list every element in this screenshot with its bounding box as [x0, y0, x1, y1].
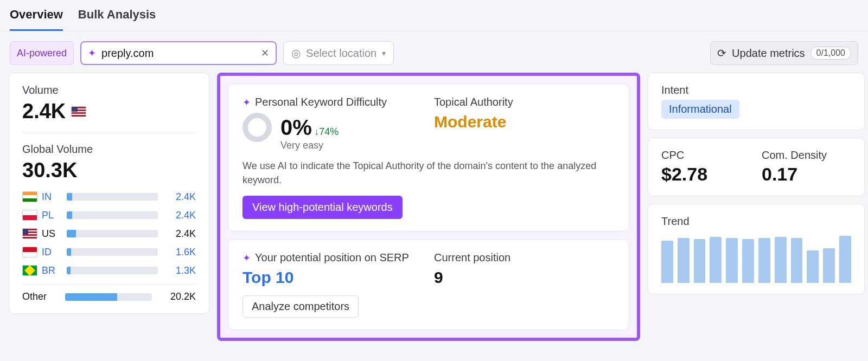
country-code: US: [42, 228, 55, 240]
volume-bar: [67, 267, 158, 274]
pkd-card: ✦ Personal Keyword Difficulty 0% 74% Ver…: [228, 83, 629, 231]
pkd-label: Personal Keyword Difficulty: [255, 96, 387, 108]
refresh-icon: ⟳: [717, 47, 726, 60]
flag-pl-icon: [22, 210, 37, 221]
flag-us-icon: [22, 228, 37, 239]
density-label: Com. Density: [762, 149, 851, 162]
tab-overview[interactable]: Overview: [10, 8, 63, 31]
sparkle-icon: ✦: [242, 252, 251, 264]
volume-bar: [67, 211, 158, 219]
domain-input[interactable]: [101, 47, 256, 60]
trend-bar: [823, 248, 835, 283]
view-high-potential-button[interactable]: View high-potential keywords: [242, 196, 403, 219]
country-row[interactable]: US2.4K: [22, 224, 196, 243]
trend-bar: [791, 238, 803, 283]
update-count: 0/1,000: [810, 47, 851, 60]
global-volume-value: 30.3K: [22, 159, 196, 182]
volume-title: Volume: [22, 84, 196, 96]
controls-row: AI-powered ✦ ✕ ◎ Select location ▾ ⟳ Upd…: [0, 31, 868, 73]
volume-bar: [67, 230, 158, 237]
intent-value: Informational: [661, 100, 739, 119]
tab-bulk-analysis[interactable]: Bulk Analysis: [78, 8, 156, 31]
sparkle-icon: ✦: [242, 96, 251, 108]
current-label: Current position: [434, 252, 510, 264]
flag-br-icon: [22, 265, 37, 276]
country-volume: 2.4K: [163, 228, 196, 240]
serp-card: ✦ Your potential position on SERP Top 10…: [228, 239, 629, 330]
trend-bar: [742, 239, 754, 283]
cpc-label: CPC: [661, 149, 751, 162]
country-volume: 2.4K: [163, 210, 196, 221]
country-code: IN: [42, 191, 52, 203]
ta-value: Moderate: [434, 113, 615, 131]
trend-bar: [694, 239, 706, 283]
ai-description: We use AI to indicate the Topical Author…: [242, 159, 615, 187]
country-volume: 1.3K: [163, 265, 196, 276]
trend-bar: [726, 238, 738, 283]
trend-bar: [678, 238, 690, 283]
chevron-down-icon: ▾: [382, 49, 386, 57]
update-metrics-label: Update metrics: [732, 47, 805, 60]
global-volume-title: Global Volume: [22, 143, 196, 156]
trend-bar: [807, 250, 819, 283]
current-value: 9: [434, 268, 615, 287]
cpc-value: $2.78: [661, 164, 751, 185]
intent-card: Intent Informational: [648, 73, 865, 130]
country-row[interactable]: PL2.4K: [22, 206, 196, 224]
other-bar: [65, 293, 152, 301]
volume-value: 2.4K: [22, 100, 66, 123]
country-code: ID: [42, 247, 52, 258]
sparkle-icon: ✦: [88, 47, 96, 59]
trend-card: Trend: [648, 204, 865, 294]
domain-input-wrap[interactable]: ✦ ✕: [80, 41, 277, 65]
flag-in-icon: [22, 191, 37, 202]
ai-powered-badge: AI-powered: [10, 41, 74, 65]
trend-title: Trend: [661, 215, 851, 228]
location-select[interactable]: ◎ Select location ▾: [283, 41, 394, 65]
density-value: 0.17: [762, 164, 851, 185]
volume-bar: [67, 248, 158, 256]
update-metrics-button[interactable]: ⟳ Update metrics 0/1,000: [710, 41, 858, 65]
country-row[interactable]: ID1.6K: [22, 243, 196, 261]
trend-bar: [775, 237, 787, 283]
trend-bar: [661, 241, 673, 283]
trend-chart: [661, 233, 851, 283]
trend-bar: [710, 237, 722, 283]
center-highlight: ✦ Personal Keyword Difficulty 0% 74% Ver…: [217, 73, 640, 341]
cpc-card: CPC $2.78 Com. Density 0.17: [648, 138, 865, 196]
country-volume: 2.4K: [163, 191, 196, 203]
country-volume: 1.6K: [163, 247, 196, 258]
country-row[interactable]: IN2.4K: [22, 188, 196, 206]
other-label: Other: [22, 291, 47, 302]
flag-us-icon: [71, 106, 86, 117]
other-value: 20.2K: [170, 291, 196, 302]
pkd-delta: 74%: [314, 126, 339, 137]
pkd-percent: 0%: [280, 115, 312, 139]
location-placeholder: Select location: [306, 47, 376, 60]
analyze-competitors-button[interactable]: Analyze competitors: [242, 295, 359, 318]
trend-bar: [839, 236, 851, 283]
country-row[interactable]: BR1.3K: [22, 261, 196, 280]
clear-icon[interactable]: ✕: [261, 47, 269, 59]
flag-id-icon: [22, 247, 37, 257]
volume-bar: [67, 193, 158, 201]
tabs: Overview Bulk Analysis: [0, 0, 868, 31]
volume-card: Volume 2.4K Global Volume 30.3K IN2.4KPL…: [9, 73, 209, 314]
difficulty-ring: [242, 113, 272, 142]
potential-value: Top 10: [242, 268, 423, 287]
trend-bar: [758, 238, 770, 283]
pkd-text: Very easy: [280, 140, 423, 151]
ta-label: Topical Authority: [434, 96, 513, 108]
country-code: BR: [42, 265, 55, 276]
country-code: PL: [42, 210, 54, 221]
pin-icon: ◎: [291, 47, 301, 60]
potential-label: Your potential position on SERP: [255, 252, 409, 264]
intent-title: Intent: [661, 84, 851, 96]
